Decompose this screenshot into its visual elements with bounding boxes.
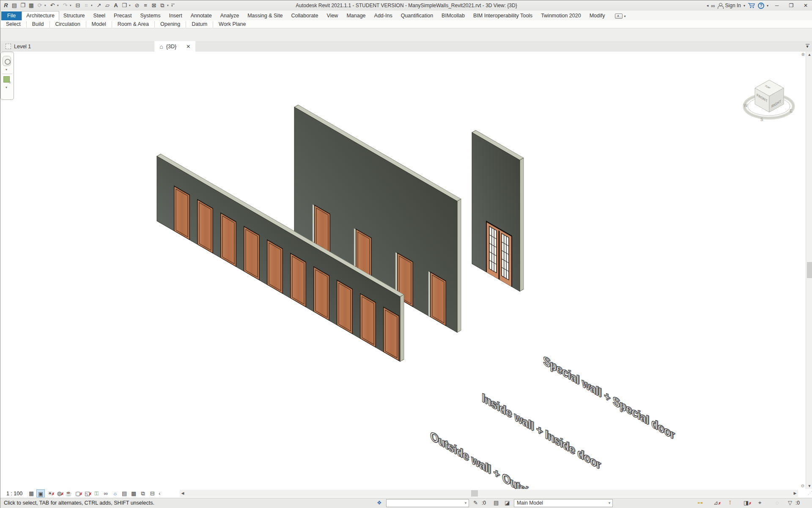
temporary-view-properties-icon[interactable]: ▤ xyxy=(120,489,129,497)
temporary-hide-isolate-icon[interactable]: ∞ xyxy=(102,489,110,497)
sync-with-central-icon[interactable]: ⟳ xyxy=(36,1,44,10)
sign-in-button[interactable]: Sign In xyxy=(725,3,741,8)
sun-path-icon[interactable]: ☀✗ xyxy=(46,489,54,497)
revit-logo-icon[interactable]: R xyxy=(2,1,10,10)
scroll-right-icon[interactable]: ▶ xyxy=(792,490,798,497)
restore-button[interactable]: ❐ xyxy=(785,1,797,10)
help-caret-icon[interactable]: ▾ xyxy=(767,4,768,8)
crop-view-icon[interactable]: ▢✗ xyxy=(74,489,82,497)
horizontal-scroll-thumb[interactable] xyxy=(471,490,478,497)
tab-file[interactable]: File xyxy=(1,11,22,20)
sign-in-caret-icon[interactable]: ▾ xyxy=(743,4,745,8)
panel-build[interactable]: Build xyxy=(27,21,49,27)
navbar-close-icon[interactable]: ⊗ xyxy=(801,52,805,57)
tab-systems[interactable]: Systems xyxy=(136,11,165,20)
tab-bim-interoperability[interactable]: BIM Interoperability Tools xyxy=(469,11,537,20)
tab-collaborate[interactable]: Collaborate xyxy=(287,11,323,20)
select-elements-by-face-icon[interactable]: ◨✗ xyxy=(743,500,752,506)
zoom-icon[interactable] xyxy=(3,76,10,83)
tab-quantification[interactable]: Quantification xyxy=(397,11,437,20)
highlight-displacement-sets-icon[interactable]: ▩ xyxy=(129,489,138,497)
collapse-search-icon[interactable]: ◂ xyxy=(707,3,709,8)
panel-work-plane[interactable]: Work Plane xyxy=(213,21,251,27)
unlocked-3d-view-icon[interactable]: ⚿ xyxy=(92,489,101,497)
close-button[interactable]: ✕ xyxy=(800,1,812,10)
properties-icon[interactable]: ▤ xyxy=(11,1,18,10)
default-3d-view-icon[interactable]: ❒ xyxy=(121,1,128,10)
drag-elements-on-selection-icon[interactable]: ⌖ xyxy=(758,500,761,506)
tab-bimcollab[interactable]: BIMcollab xyxy=(437,11,469,20)
select-underlay-elements-icon[interactable]: ⊿✗ xyxy=(713,500,721,506)
worksharing-display-icon[interactable]: ⊟ xyxy=(148,489,156,497)
measure-icon[interactable]: ⌗ xyxy=(82,1,90,10)
3d-view-caret-icon[interactable]: ▾ xyxy=(129,4,132,7)
text-icon[interactable]: A xyxy=(112,1,120,10)
customize-qat-icon[interactable]: ▾ xyxy=(171,4,175,8)
shadows-icon[interactable]: ◍✗ xyxy=(55,489,63,497)
panel-select[interactable]: Select xyxy=(0,21,26,27)
help-icon[interactable]: ? xyxy=(758,3,764,9)
redo-caret-icon[interactable]: ▾ xyxy=(70,4,73,7)
cart-icon[interactable] xyxy=(748,3,755,8)
aligned-dimension-icon[interactable]: ↗ xyxy=(95,1,103,10)
tab-modify[interactable]: Modify xyxy=(585,11,609,20)
scroll-up-icon[interactable]: ▲ xyxy=(806,52,812,57)
panel-model[interactable]: Model xyxy=(86,21,112,27)
view-scale-button[interactable]: 1 : 100 xyxy=(0,491,27,497)
redo-icon[interactable]: ↷ xyxy=(61,1,69,10)
view-tab-3d[interactable]: ⌂ {3D} ✕ xyxy=(154,41,195,52)
search-binoculars-icon[interactable]: ∞ xyxy=(711,3,715,9)
section-icon[interactable]: ⊘ xyxy=(133,1,141,10)
view-tab-overflow-icon[interactable]: ▼ xyxy=(802,41,812,52)
ribbon-state-toggle[interactable]: ▾ xyxy=(615,14,625,20)
navbar-minimize-icon[interactable]: ⊖ xyxy=(801,483,804,488)
switch-windows-caret-icon[interactable]: ▾ xyxy=(167,4,170,7)
rendering-dialog-icon[interactable]: ☕ xyxy=(64,489,73,497)
scroll-left-icon[interactable]: ◀ xyxy=(180,490,186,497)
panel-opening[interactable]: Opening xyxy=(155,21,186,27)
filter-icon[interactable]: ▽ xyxy=(788,500,792,506)
tab-structure[interactable]: Structure xyxy=(59,11,89,20)
detail-level-icon[interactable]: ▦ xyxy=(27,489,36,497)
drawing-area[interactable]: W S E TOP FRONT RIGHT Special wall + Spe… xyxy=(0,52,806,489)
active-workset-combo[interactable]: ▼ xyxy=(386,499,469,507)
horizontal-scrollbar[interactable]: ◀ ▶ xyxy=(180,490,798,497)
sync-caret-icon[interactable]: ▾ xyxy=(44,4,48,7)
design-options-icon[interactable]: ◪ xyxy=(505,500,510,506)
tab-architecture[interactable]: Architecture xyxy=(22,11,59,20)
3d-scene[interactable]: W S E TOP FRONT RIGHT xyxy=(0,52,806,489)
view-tab-level1[interactable]: Level 1 xyxy=(0,41,36,52)
vcb-collapse-icon[interactable]: ‹ xyxy=(159,491,160,497)
tab-precast[interactable]: Precast xyxy=(110,11,136,20)
open-icon[interactable]: ❐ xyxy=(19,1,27,10)
tab-manage[interactable]: Manage xyxy=(342,11,370,20)
viewcube[interactable]: W S E TOP FRONT RIGHT xyxy=(743,80,793,122)
steering-wheel-icon[interactable] xyxy=(3,56,11,66)
panel-room-area[interactable]: Room & Area xyxy=(112,21,154,27)
zoom-caret-icon[interactable]: ▾ xyxy=(5,86,7,89)
vertical-scroll-thumb[interactable] xyxy=(807,262,812,278)
vertical-scrollbar[interactable]: ▲ ▼ xyxy=(806,52,812,489)
undo-icon[interactable]: ↶ xyxy=(49,1,56,10)
panel-circulation[interactable]: Circulation xyxy=(50,21,86,27)
select-links-icon[interactable]: ⊶ xyxy=(697,500,703,506)
undo-caret-icon[interactable]: ▾ xyxy=(57,4,60,7)
reveal-hidden-elements-icon[interactable]: ☼ xyxy=(111,489,119,497)
close-inactive-windows-icon[interactable]: ⊠ xyxy=(150,1,158,10)
tab-insert[interactable]: Insert xyxy=(165,11,186,20)
save-icon[interactable]: ▦ xyxy=(27,1,35,10)
worksets-icon[interactable]: ❖ xyxy=(377,500,382,506)
panel-datum[interactable]: Datum xyxy=(186,21,213,27)
select-pinned-elements-icon[interactable]: ⊺ xyxy=(729,500,732,506)
tab-massing-site[interactable]: Massing & Site xyxy=(243,11,287,20)
editing-requests-icon[interactable]: ✎ xyxy=(473,500,478,506)
tab-add-ins[interactable]: Add-Ins xyxy=(370,11,397,20)
crop-region-icon[interactable]: ◱✗ xyxy=(83,489,91,497)
tab-steel[interactable]: Steel xyxy=(89,11,110,20)
editable-only-icon[interactable]: ▤ xyxy=(494,500,499,506)
design-option-combo[interactable]: Main Model▼ xyxy=(514,499,613,507)
displace-elements-icon[interactable]: ⧉ xyxy=(139,489,147,497)
scroll-down-icon[interactable]: ▼ xyxy=(806,484,812,488)
tab-analyze[interactable]: Analyze xyxy=(216,11,243,20)
print-icon[interactable]: ⊟ xyxy=(74,1,82,10)
